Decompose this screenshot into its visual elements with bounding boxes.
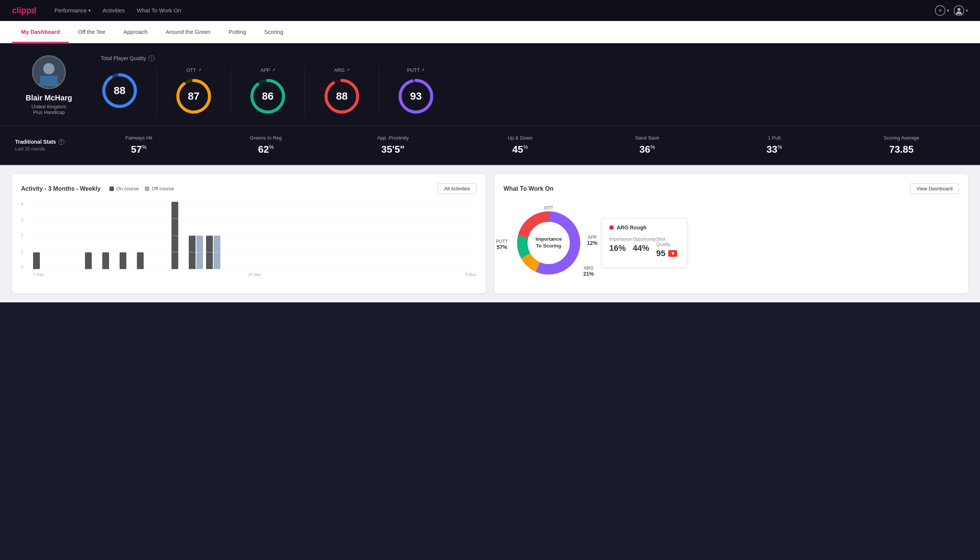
bar-empty <box>50 268 57 269</box>
chart-legend: On course Off course <box>110 186 174 192</box>
nav-icon-area: + ▾ ▾ <box>935 5 968 16</box>
add-button[interactable]: + ▾ <box>935 5 949 16</box>
bar-empty <box>154 268 161 269</box>
svg-text:To Scoring: To Scoring <box>536 243 561 248</box>
putt-label: PUTT 57% <box>496 239 507 250</box>
hero-section: Blair McHarg United Kingdom Plus Handica… <box>0 43 980 126</box>
stats-bar: Traditional Stats ? Last 20 rounds Fairw… <box>0 126 980 165</box>
arg-arrow-icon: ↗ <box>346 68 350 73</box>
bar-group <box>50 268 65 269</box>
stat-greens-in-reg: Greens In Reg 62% <box>202 135 329 155</box>
tab-my-dashboard[interactable]: My Dashboard <box>12 21 69 43</box>
circle-arg: 88 <box>323 77 361 115</box>
chart-y-axis: 43210 <box>21 202 23 269</box>
circle-putt: 93 <box>397 77 435 115</box>
info-importance: Importance 16% <box>609 237 632 258</box>
user-account-button[interactable]: ▾ <box>954 5 968 16</box>
tab-around-the-green[interactable]: Around the Green <box>156 21 219 43</box>
tab-bar: My Dashboard Off the Tee Approach Around… <box>0 21 980 43</box>
bar-group <box>137 252 152 269</box>
svg-point-3 <box>957 8 960 11</box>
scores-title: Total Player Quality ? <box>101 55 965 61</box>
chevron-down-icon: ▾ <box>88 8 91 13</box>
legend-off-course: Off course <box>145 186 174 192</box>
putt-arrow-icon: ↗ <box>421 68 424 73</box>
info-opportunity: Opportunity 44% <box>632 237 656 258</box>
stats-help-icon[interactable]: ? <box>58 139 64 145</box>
tab-scoring[interactable]: Scoring <box>255 21 292 43</box>
player-country: United Kingdom <box>32 104 67 110</box>
bar-group <box>154 268 169 269</box>
nav-activities[interactable]: Activities <box>103 6 125 15</box>
stat-up-down: Up & Down 45% <box>456 135 584 155</box>
view-dashboard-button[interactable]: View Dashboard <box>910 183 959 194</box>
arg-rough-info-card: ARG Rough Importance 16% Opportunity 44%… <box>601 218 687 268</box>
svg-text:+: + <box>938 7 942 13</box>
svg-point-5 <box>43 63 55 75</box>
svg-rect-6 <box>40 76 58 86</box>
on-course-dot <box>110 187 114 191</box>
tab-off-the-tee[interactable]: Off the Tee <box>69 21 114 43</box>
wtwo-title: What To Work On <box>504 185 554 192</box>
info-shot-quality: Shot Quality 95 ▼ <box>656 237 679 258</box>
stat-one-putt: 1 Putt 33% <box>711 135 838 155</box>
tab-approach[interactable]: Approach <box>114 21 156 43</box>
avatar <box>32 55 66 89</box>
svg-text:Importance: Importance <box>536 236 562 242</box>
bar-group <box>68 268 83 269</box>
shot-quality-badge: ▼ <box>668 250 677 257</box>
nav-links: Performance ▾ Activities What To Work On <box>55 6 935 15</box>
bar-empty <box>223 268 230 269</box>
chart-x-axis: 7 Feb 28 Mar 9 May <box>21 272 476 277</box>
tab-putting[interactable]: Putting <box>220 21 255 43</box>
bar-group <box>223 268 238 269</box>
scores-section: Total Player Quality ? 88 OTT ↗ <box>101 55 965 115</box>
player-name: Blair McHarg <box>26 93 72 102</box>
score-arg: ARG ↗ 88 <box>305 67 379 115</box>
circle-ott: 87 <box>175 77 213 115</box>
circle-total: 88 <box>101 72 138 110</box>
what-to-work-on-panel: What To Work On View Dashboard OTT 10% A… <box>494 174 968 293</box>
brand-logo[interactable]: clippd <box>12 6 37 15</box>
top-nav: clippd Performance ▾ Activities What To … <box>0 0 980 21</box>
player-handicap: Plus Handicap <box>33 110 65 115</box>
bar-group <box>102 252 117 269</box>
stats-label: Traditional Stats ? Last 20 rounds <box>15 139 75 152</box>
bar-group <box>33 252 48 269</box>
bar-off-course <box>214 235 220 269</box>
stat-scoring-average: Scoring Average 73.85 <box>838 135 965 155</box>
nav-performance[interactable]: Performance ▾ <box>55 6 91 15</box>
bar-group <box>189 235 204 269</box>
bar-on-course <box>102 252 109 269</box>
stat-app-proximity: App. Proximity 35'5" <box>329 135 456 155</box>
chart-panel-header: Activity - 3 Months - Weekly On course O… <box>21 183 476 194</box>
circle-app: 86 <box>249 77 286 115</box>
bar-on-course <box>189 235 196 269</box>
bar-on-course <box>120 252 126 269</box>
info-card-dot <box>609 225 614 230</box>
score-app: APP ↗ 86 <box>231 67 305 115</box>
app-label: APP 12% <box>587 235 597 246</box>
app-arrow-icon: ↗ <box>272 68 275 73</box>
help-icon[interactable]: ? <box>148 55 155 61</box>
legend-on-course: On course <box>110 186 139 192</box>
bar-on-course <box>206 235 213 269</box>
scores-grid: 88 OTT ↗ 87 APP <box>101 67 965 115</box>
arg-label: ARG 21% <box>583 265 594 277</box>
bar-on-course <box>137 252 144 269</box>
all-activities-button[interactable]: All Activities <box>438 183 476 194</box>
bar-off-course <box>196 235 203 269</box>
nav-what-to-work-on[interactable]: What To Work On <box>137 6 181 15</box>
bottom-panels: Activity - 3 Months - Weekly On course O… <box>0 165 980 302</box>
bar-group <box>206 235 221 269</box>
score-ott: OTT ↗ 87 <box>157 67 231 115</box>
stat-sand-save: Sand Save 36% <box>584 135 711 155</box>
bar-on-course <box>33 252 40 269</box>
activity-chart-panel: Activity - 3 Months - Weekly On course O… <box>12 174 486 293</box>
chart-bars <box>21 202 476 269</box>
bar-empty <box>68 268 75 269</box>
chart-title: Activity - 3 Months - Weekly <box>21 185 100 192</box>
bar-on-course <box>171 202 178 269</box>
player-info: Blair McHarg United Kingdom Plus Handica… <box>15 55 83 115</box>
chart-area: 43210 7 Feb 28 Mar 9 May <box>21 202 476 284</box>
